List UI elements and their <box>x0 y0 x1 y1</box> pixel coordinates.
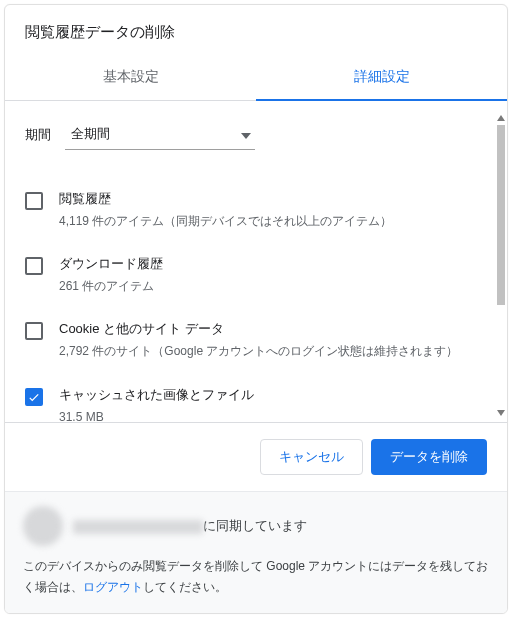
time-range-select[interactable]: 全期間 <box>65 119 255 150</box>
tab-bar: 基本設定 詳細設定 <box>5 56 507 101</box>
option-title: 閲覧履歴 <box>59 190 487 208</box>
tab-basic[interactable]: 基本設定 <box>5 56 256 100</box>
delete-button[interactable]: データを削除 <box>371 439 487 475</box>
checkbox-cookies[interactable] <box>25 322 43 340</box>
cancel-button[interactable]: キャンセル <box>260 439 363 475</box>
scrollbar-thumb[interactable] <box>497 125 505 305</box>
option-title: キャッシュされた画像とファイル <box>59 386 487 404</box>
checkbox-download-history[interactable] <box>25 257 43 275</box>
option-sub: 31.5 MB <box>59 408 487 424</box>
option-title: ダウンロード履歴 <box>59 255 487 273</box>
time-range-label: 期間 <box>25 126 51 144</box>
option-sub: 261 件のアイテム <box>59 277 487 296</box>
option-browsing-history[interactable]: 閲覧履歴 4,119 件のアイテム（同期デバイスではそれ以上のアイテム） <box>25 178 487 243</box>
tab-advanced[interactable]: 詳細設定 <box>256 56 507 100</box>
avatar <box>23 506 63 546</box>
checkbox-browsing-history[interactable] <box>25 192 43 210</box>
time-range-row: 期間 全期間 <box>25 119 487 150</box>
option-download-history[interactable]: ダウンロード履歴 261 件のアイテム <box>25 243 487 308</box>
sync-account-row: に同期しています <box>23 506 489 546</box>
logout-link[interactable]: ログアウト <box>83 580 143 594</box>
account-email-redacted <box>73 520 203 534</box>
scrollbar[interactable] <box>497 115 505 416</box>
dialog-body: 期間 全期間 閲覧履歴 4,119 件のアイテム（同期デバイスではそれ以上のアイ… <box>5 101 507 423</box>
dialog-actions: キャンセル データを削除 <box>5 423 507 491</box>
chevron-down-icon <box>241 127 251 142</box>
option-title: Cookie と他のサイト データ <box>59 320 487 338</box>
option-cached-images[interactable]: キャッシュされた画像とファイル 31.5 MB <box>25 374 487 424</box>
time-range-value: 全期間 <box>71 125 110 143</box>
clear-browsing-data-dialog: 閲覧履歴データの削除 基本設定 詳細設定 期間 全期間 <box>4 4 508 614</box>
option-sub: 2,792 件のサイト（Google アカウントへのログイン状態は維持されます） <box>59 342 487 361</box>
option-sub: 4,119 件のアイテム（同期デバイスではそれ以上のアイテム） <box>59 212 487 231</box>
dialog-footer: に同期しています このデバイスからのみ閲覧データを削除して Google アカウ… <box>5 491 507 613</box>
checkbox-cached-images[interactable] <box>25 388 43 406</box>
dialog-title: 閲覧履歴データの削除 <box>5 5 507 56</box>
option-cookies[interactable]: Cookie と他のサイト データ 2,792 件のサイト（Google アカウ… <box>25 308 487 373</box>
sync-text: に同期しています <box>73 517 307 535</box>
footer-note: このデバイスからのみ閲覧データを削除して Google アカウントにはデータを残… <box>23 556 489 597</box>
